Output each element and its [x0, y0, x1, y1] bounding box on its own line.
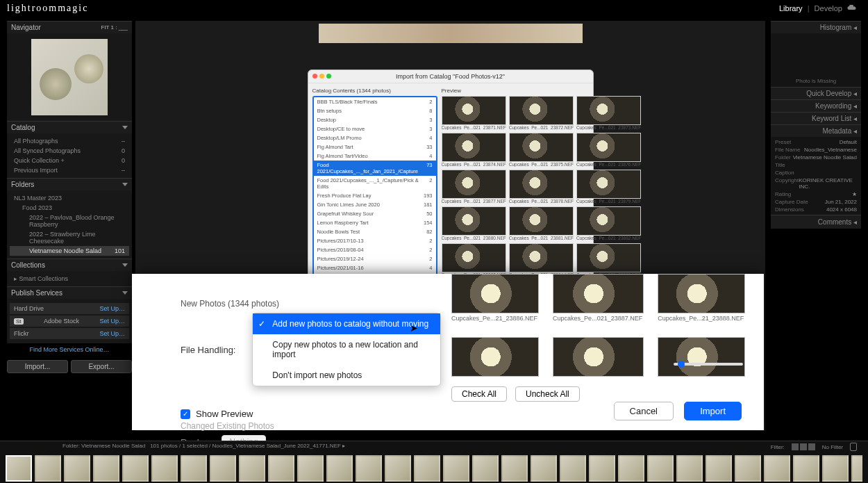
find-more-link[interactable]: Find More Services Online… — [7, 343, 132, 356]
filmstrip-thumb[interactable] — [822, 455, 849, 482]
cancel-button[interactable]: Cancel — [614, 402, 674, 420]
export-button[interactable]: Export... — [71, 360, 132, 373]
filmstrip-thumb[interactable] — [560, 455, 586, 482]
right-panel-quick-develop[interactable]: Quick Develop ◂ — [771, 87, 861, 99]
catalog-content-folder[interactable]: Pictures/2018/08-042 — [314, 245, 436, 254]
navigator-panel-header[interactable]: NavigatorFIT 1 : ___ — [7, 21, 132, 33]
window-controls[interactable] — [312, 74, 331, 79]
preview-thumbnail[interactable]: Cupcakes_Pe...021_23872.NEF — [509, 96, 574, 130]
preview-thumbnail[interactable]: Cupcakes_Pe...021_23877.NEF — [442, 170, 506, 204]
catalog-content-folder[interactable]: Pictures/2017/10-132 — [314, 236, 436, 245]
filmstrip-thumb[interactable] — [35, 455, 61, 482]
catalog-content-folder[interactable]: Pictures/2019/12-242 — [314, 254, 436, 263]
file-handling-option[interactable]: Don't import new photos — [253, 365, 440, 386]
preview-thumbnail[interactable]: Cupcakes_Pe...021_23874.NEF — [442, 133, 506, 167]
preview-thumbnail[interactable]: Cupcakes_Pe...021_23882.NEF — [576, 206, 641, 240]
filmstrip-thumb[interactable] — [268, 455, 294, 482]
filmstrip-thumb[interactable] — [618, 455, 644, 482]
catalog-content-folder[interactable]: Noodle Bowls Test82 — [314, 227, 436, 236]
filmstrip-thumb[interactable] — [93, 455, 119, 482]
publish-service-row[interactable]: St Adobe StockSet Up… — [10, 316, 129, 327]
preview-thumbnail[interactable]: Cupcakes_Pe...021_23881.NEF — [509, 206, 574, 240]
collections-panel-header[interactable]: Collections — [7, 259, 132, 271]
filter-lock-icon[interactable] — [850, 443, 857, 451]
preview-thumbnail[interactable]: Cupcakes_Pe...021_23884.NEF — [509, 243, 574, 277]
show-preview-checkbox[interactable]: ✓Show Preview — [181, 409, 253, 419]
catalog-content-folder[interactable]: Desktop/CE to move3 — [314, 124, 436, 133]
catalog-row[interactable]: Quick Collection +0 — [10, 156, 129, 165]
filmstrip-thumb[interactable] — [6, 455, 32, 482]
flag-rejected-icon[interactable] — [800, 443, 807, 450]
thumbnail-size-slider[interactable] — [674, 363, 743, 366]
import-confirm-button[interactable]: Import — [684, 402, 742, 420]
catalog-content-folder[interactable]: BBB TLS/Black Tile/Finals2 — [314, 97, 436, 106]
filmstrip-thumb[interactable] — [385, 455, 411, 482]
catalog-content-folder[interactable]: Food 2021/Cupcakes_..._for_Jan_2021_/Cap… — [314, 161, 436, 176]
filmstrip-thumb[interactable] — [210, 455, 236, 482]
folder-row[interactable]: Vietnamese Noodle Salad101 — [10, 246, 129, 256]
right-panel-metadata[interactable]: Metadata ◂ — [771, 124, 861, 137]
catalog-content-folder[interactable]: Gin Tonic Limes June 2020181 — [314, 200, 436, 209]
filmstrip-thumb[interactable] — [64, 455, 90, 482]
filmstrip-thumb[interactable] — [414, 455, 440, 482]
catalog-content-folder[interactable]: Fig Almond Tart33 — [314, 142, 436, 152]
check-all-button[interactable]: Check All — [451, 386, 507, 402]
catalog-content-folder[interactable]: Pictures/2021/01-164 — [314, 263, 436, 272]
preview-thumbnail[interactable]: Cupcakes_Pe...021_23875.NEF — [509, 133, 574, 167]
navigator-preview[interactable] — [31, 39, 108, 115]
filmstrip-thumb[interactable] — [501, 455, 528, 482]
folder-row[interactable]: 2022 – Pavlova_Blood Orange Raspberry — [10, 213, 129, 229]
filmstrip-thumb[interactable] — [239, 455, 265, 482]
tab-library[interactable]: Library — [779, 4, 803, 13]
publish-service-row[interactable]: FlickrSet Up… — [10, 328, 129, 339]
folder-row[interactable]: Food 2023 — [10, 203, 129, 213]
catalog-row[interactable]: All Photographs– — [10, 136, 129, 146]
filmstrip-thumbnails[interactable] — [6, 455, 862, 482]
folder-row[interactable]: NL3 Master 2023 — [10, 193, 129, 203]
uncheck-all-button[interactable]: Uncheck All — [515, 386, 580, 402]
preview-thumbnail-large[interactable] — [553, 337, 642, 377]
filmstrip-thumb[interactable] — [647, 455, 674, 482]
filmstrip-thumb[interactable] — [181, 455, 207, 482]
catalog-content-folder[interactable]: Fig Almond Tart/Video4 — [314, 152, 436, 161]
filmstrip-thumb[interactable] — [356, 455, 382, 482]
preview-thumbnail[interactable]: Cupcakes_Pe...021_23873.NEF — [576, 96, 641, 130]
catalog-row[interactable]: All Synced Photographs0 — [10, 146, 129, 156]
right-panel-keyword-list[interactable]: Keyword List ◂ — [771, 112, 861, 124]
cloud-sync-icon[interactable] — [847, 5, 857, 13]
preview-thumbnail-large[interactable] — [658, 337, 744, 377]
publish-service-row[interactable]: Hard DriveSet Up… — [10, 303, 129, 314]
filmstrip-thumb[interactable] — [472, 455, 499, 482]
flag-picked-icon[interactable] — [792, 443, 799, 450]
filmstrip-thumb[interactable] — [793, 455, 819, 482]
file-handling-option[interactable]: Copy new photos to a new location and im… — [253, 334, 440, 365]
preview-thumbnail-large[interactable] — [451, 337, 537, 377]
filmstrip-thumb[interactable] — [326, 455, 353, 482]
preview-thumbnail[interactable]: Cupcakes_Pe...021_23880.NEF — [442, 206, 506, 240]
filmstrip-thumb[interactable] — [443, 455, 469, 482]
filmstrip-thumb[interactable] — [122, 455, 149, 482]
catalog-content-folder[interactable]: Desktop3 — [314, 115, 436, 124]
preview-thumbnail-large[interactable]: Cupcakes_Pe...021_23887.NEF — [553, 274, 642, 322]
preview-thumbnail[interactable]: Cupcakes_Pe...021_23879.NEF — [576, 170, 641, 204]
flag-unflagged-icon[interactable] — [808, 443, 815, 450]
filmstrip-thumb[interactable] — [297, 455, 324, 482]
tab-develop[interactable]: Develop — [815, 4, 842, 13]
catalog-content-folder[interactable]: Desktop/LM Promo4 — [314, 133, 436, 142]
right-panel-keywording[interactable]: Keywording ◂ — [771, 99, 861, 112]
folders-panel-header[interactable]: Folders — [7, 178, 132, 190]
preview-thumbnail[interactable]: Cupcakes_Pe...021_23878.NEF — [509, 170, 574, 204]
catalog-panel-header[interactable]: Catalog — [7, 121, 132, 133]
catalog-content-folder[interactable]: Grapefruit Whiskey Sour50 — [314, 209, 436, 218]
comments-panel-header[interactable]: Comments ◂ — [771, 215, 861, 229]
folder-row[interactable]: 2022 – Strawberry Lime Cheesecake — [10, 229, 129, 246]
preview-thumbnail[interactable]: Cupcakes_Pe...021_23871.NEF — [442, 96, 506, 130]
catalog-content-folder[interactable]: Lemon Raspberry Tart154 — [314, 218, 436, 227]
catalog-content-folder[interactable]: Fresh Produce Flat Lay193 — [314, 191, 436, 200]
filmstrip-thumb[interactable] — [589, 455, 615, 482]
filmstrip-thumb[interactable] — [151, 455, 178, 482]
catalog-content-folder[interactable]: Btn setups8 — [314, 106, 436, 115]
filmstrip-thumb[interactable] — [851, 455, 862, 482]
catalog-content-folder[interactable]: Food 2021/Cupcakes_..._1_/Capture/Pick &… — [314, 176, 436, 191]
smart-collections-row[interactable]: ▸ Smart Collections — [10, 274, 129, 284]
